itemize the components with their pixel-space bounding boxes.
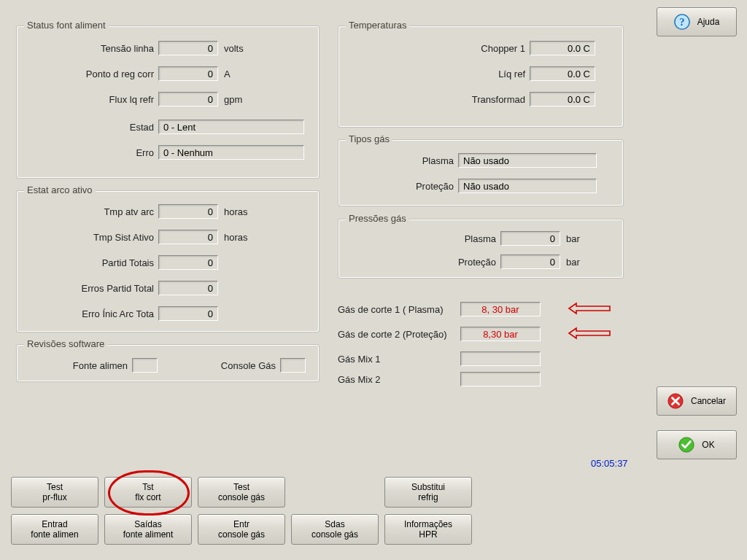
field-gas-mix-2 xyxy=(460,372,541,386)
field-coolant-temp: 0.0 C xyxy=(530,66,595,81)
label-ps-rev: Fonte alimen xyxy=(17,360,132,371)
field-ps-rev xyxy=(132,358,158,373)
label-arc-init-errors: Erro Ínic Arc Tota xyxy=(17,308,158,319)
button-outputs-ps[interactable]: Saídas fonte aliment xyxy=(104,514,192,545)
button-test-preflow[interactable]: Test pr-flux xyxy=(11,477,98,508)
btn-line: Substitui xyxy=(411,482,445,492)
group-gas-pressures-title: Pressões gás xyxy=(346,213,409,224)
help-label: Ajuda xyxy=(697,17,720,27)
label-current-setpoint: Ponto d reg corr xyxy=(17,69,158,79)
label-shield-pressure: Proteção xyxy=(338,257,500,268)
field-start-errors: 0 xyxy=(158,281,218,295)
label-gas-console-rev: Console Gás xyxy=(158,360,280,371)
btn-line: Informações xyxy=(404,519,452,529)
btn-line: refrig xyxy=(418,492,438,502)
label-state: Estad xyxy=(17,122,158,133)
label-gas-mix-1: Gás Mix 1 xyxy=(338,354,460,365)
group-temperatures-title: Temperaturas xyxy=(346,20,409,31)
group-temperatures: Temperaturas Chopper 1 0.0 C Líq ref 0.0… xyxy=(338,26,624,128)
field-current-setpoint: 0 xyxy=(158,66,218,81)
group-gas-pressures: Pressões gás Plasma 0 bar Proteção 0 bar xyxy=(338,219,624,279)
btn-line: HPR xyxy=(419,529,437,540)
btn-line: Entr xyxy=(233,519,249,529)
field-plasma-pressure: 0 xyxy=(500,231,560,246)
label-arc-on-time: Tmp atv arc xyxy=(17,206,158,217)
label-gas-mix-2: Gás Mix 2 xyxy=(338,374,460,385)
label-cut-gas-1: Gás de corte 1 ( Plasma) xyxy=(338,304,460,315)
btn-line: Test xyxy=(233,482,249,492)
help-icon: ? xyxy=(674,14,690,30)
field-shield-pressure: 0 xyxy=(500,254,560,269)
field-arc-init-errors: 0 xyxy=(158,306,218,321)
label-chopper1: Chopper 1 xyxy=(338,43,530,54)
clock: 05:05:37 xyxy=(591,458,628,469)
button-test-gas-console[interactable]: Test console gás xyxy=(198,477,285,508)
group-gas-types: Tipos gás Plasma Não usado Proteção Não … xyxy=(338,139,624,206)
label-total-starts: Partid Totais xyxy=(17,257,158,268)
btn-line: Saídas xyxy=(134,519,161,529)
unit-bar-1: bar xyxy=(560,233,580,244)
btn-line: flx cort xyxy=(135,492,160,502)
label-plasma-pressure: Plasma xyxy=(338,233,500,244)
btn-line: Test xyxy=(47,482,63,492)
group-status-font: Status font aliment Tensão linha 0 volts… xyxy=(16,26,320,179)
ok-label: OK xyxy=(702,440,714,450)
btn-line: console gás xyxy=(218,492,265,502)
btn-line: console gás xyxy=(218,529,265,540)
button-hpr-info[interactable]: Informações HPR xyxy=(384,514,472,545)
label-coolant-flow: Flux lq refr xyxy=(17,94,158,105)
cancel-icon xyxy=(667,393,684,409)
field-shield-type: Não usado xyxy=(458,179,597,193)
label-coolant-temp: Líq ref xyxy=(338,69,530,79)
cancel-label: Cancelar xyxy=(691,396,726,406)
field-system-on-time: 0 xyxy=(158,230,218,244)
btn-line: Sdas xyxy=(325,519,344,529)
annotation-arrow-2 xyxy=(568,327,611,340)
group-gas-types-title: Tipos gás xyxy=(346,133,392,144)
label-error: Erro xyxy=(17,147,158,158)
label-line-voltage: Tensão linha xyxy=(17,43,158,54)
btn-line: Entrad xyxy=(42,519,67,529)
btn-line: fonte aliment xyxy=(123,529,174,540)
unit-volts: volts xyxy=(218,43,244,54)
unit-amps: A xyxy=(218,69,231,79)
button-replace-coolant[interactable]: Substitui refrig xyxy=(384,477,472,508)
field-total-starts: 0 xyxy=(158,255,218,270)
button-outputs-gas-console[interactable]: Sdas console gás xyxy=(291,514,379,545)
group-status-font-title: Status font aliment xyxy=(24,20,109,31)
label-plasma-type: Plasma xyxy=(338,155,458,166)
group-arc-stats: Estat arco ativo Tmp atv arc 0 horas Tmp… xyxy=(16,190,320,332)
label-start-errors: Erros Partid Total xyxy=(17,283,158,294)
group-software-rev-title: Revisões software xyxy=(24,338,107,349)
svg-text:?: ? xyxy=(679,16,684,28)
button-inputs-ps[interactable]: Entrad fonte alimen xyxy=(11,514,98,545)
button-test-cutflow[interactable]: Tst flx cort xyxy=(104,477,192,508)
field-arc-on-time: 0 xyxy=(158,204,218,219)
field-gas-mix-1 xyxy=(460,351,541,366)
ok-button[interactable]: OK xyxy=(657,430,737,459)
label-cut-gas-2: Gás de corte 2 (Proteção) xyxy=(338,329,460,340)
button-inputs-gas-console[interactable]: Entr console gás xyxy=(198,514,285,545)
btn-line: Tst xyxy=(142,482,153,492)
field-line-voltage: 0 xyxy=(158,41,218,55)
btn-line: console gás xyxy=(311,529,358,540)
field-gas-console-rev xyxy=(280,358,306,373)
cancel-button[interactable]: Cancelar xyxy=(657,386,737,416)
annotation-arrow-1 xyxy=(568,302,611,315)
unit-gpm: gpm xyxy=(218,94,242,105)
field-cut-gas-1: 8, 30 bar xyxy=(460,302,541,316)
group-arc-stats-title: Estat arco ativo xyxy=(24,184,96,195)
field-coolant-flow: 0 xyxy=(158,92,218,106)
field-state: 0 - Lent xyxy=(158,120,304,134)
field-cut-gas-2: 8,30 bar xyxy=(460,327,541,341)
field-chopper1: 0.0 C xyxy=(530,41,595,55)
unit-hours-2: horas xyxy=(218,232,248,243)
unit-bar-2: bar xyxy=(560,257,580,268)
btn-line: pr-flux xyxy=(42,492,66,502)
field-transformer: 0.0 C xyxy=(530,92,595,106)
help-button[interactable]: ? Ajuda xyxy=(657,7,737,36)
label-transformer: Transformad xyxy=(338,94,530,105)
group-software-rev: Revisões software Fonte alimen Console G… xyxy=(16,344,320,382)
ok-icon xyxy=(678,437,694,453)
label-system-on-time: Tmp Sist Ativo xyxy=(17,232,158,243)
